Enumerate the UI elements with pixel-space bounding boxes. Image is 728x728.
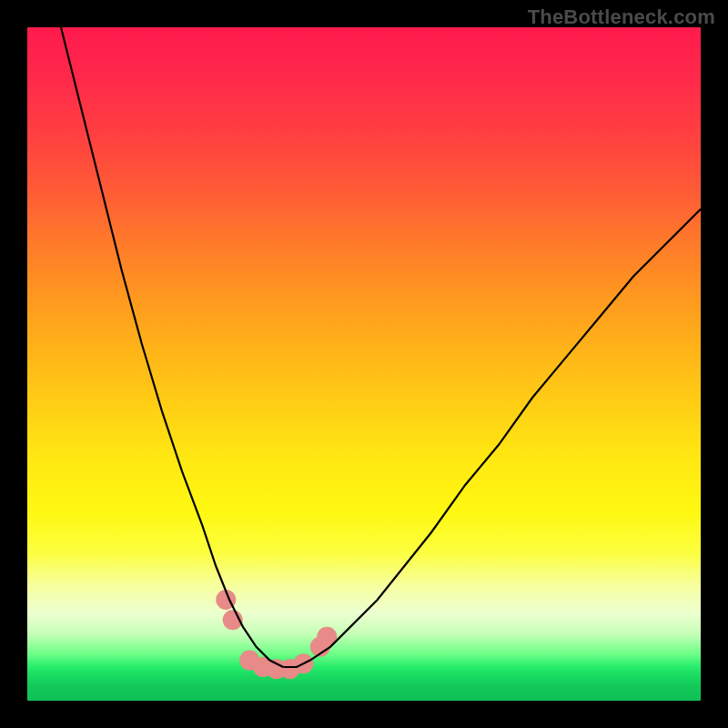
trough-marker-layer — [216, 590, 337, 679]
right-curve — [283, 209, 701, 667]
chart-container: { "watermark": "TheBottleneck.com", "cha… — [0, 0, 728, 728]
plot-area — [27, 27, 701, 701]
left-curve — [61, 27, 283, 667]
watermark-text: TheBottleneck.com — [528, 5, 715, 29]
chart-svg — [27, 27, 701, 701]
